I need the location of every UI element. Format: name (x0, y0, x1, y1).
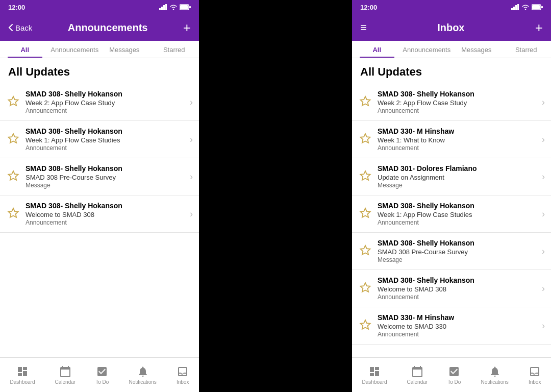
right-tab-starred[interactable]: Starred (502, 41, 552, 58)
star-icon[interactable] (358, 244, 372, 258)
message-body: SMAD 308- Shelly Hokanson Week 2: App Fl… (378, 90, 537, 114)
message-subject: Welcome to SMAD 330 (378, 323, 537, 330)
message-sender: SMAD 308- Shelly Hokanson (26, 90, 185, 98)
star-icon[interactable] (358, 132, 372, 146)
left-tab-announcements[interactable]: Announcements (50, 41, 100, 58)
right-tab-all[interactable]: All (352, 41, 402, 58)
message-sender: SMAD 330- M Hinshaw (378, 313, 537, 322)
battery-icon (180, 4, 191, 10)
star-icon[interactable] (6, 207, 20, 221)
star-icon[interactable] (358, 95, 372, 109)
message-body: SMAD 308- Shelly Hokanson SMAD 308 Pre-C… (378, 239, 537, 263)
right-message-item[interactable]: SMAD 308- Shelly Hokanson Week 1: App Fl… (352, 195, 551, 233)
star-icon[interactable] (358, 207, 372, 221)
message-type: Announcement (378, 144, 537, 152)
right-tab-announcements[interactable]: Announcements (402, 41, 452, 58)
message-type: Message (26, 182, 185, 189)
right-status-bar: 12:00 (352, 0, 551, 14)
message-sender: SMAD 308- Shelly Hokanson (378, 202, 537, 210)
star-icon[interactable] (358, 169, 372, 184)
left-nav-notifications[interactable]: Notifications (129, 365, 156, 385)
gap (199, 0, 352, 392)
notifications-icon-r (489, 365, 501, 378)
back-label: Back (15, 23, 32, 32)
star-icon[interactable] (6, 95, 20, 109)
wifi-icon-r (521, 4, 530, 10)
message-sender: SMAD 308- Shelly Hokanson (26, 202, 185, 210)
star-icon[interactable] (6, 132, 20, 146)
message-body: SMAD 308- Shelly Hokanson SMAD 308 Pre-C… (26, 164, 185, 189)
left-bottom-nav: Dashboard Calendar To Do Notifications I… (0, 357, 199, 392)
left-message-item[interactable]: SMAD 308- Shelly Hokanson Welcome to SMA… (0, 195, 199, 233)
inbox-icon-r (529, 365, 541, 378)
right-section-title: All Updates (352, 58, 551, 84)
right-message-item[interactable]: SMAD 308- Shelly Hokanson SMAD 308 Pre-C… (352, 233, 551, 270)
left-tab-starred[interactable]: Starred (149, 41, 199, 58)
left-nav-dashboard[interactable]: Dashboard (10, 365, 35, 385)
right-message-item[interactable]: SMAD 308- Shelly Hokanson Week 2: App Fl… (352, 84, 551, 121)
right-message-item[interactable]: SMAD 330- M Hinshaw Week 1: What to Know… (352, 121, 551, 158)
right-nav-todo[interactable]: To Do (447, 365, 461, 385)
message-type: Announcement (378, 331, 537, 338)
chevron-right-icon: › (190, 209, 193, 219)
right-tabs: All Announcements Messages Starred (352, 41, 551, 58)
chevron-right-icon: › (542, 172, 545, 182)
left-add-button[interactable]: + (183, 21, 191, 34)
left-tab-messages[interactable]: Messages (99, 41, 149, 58)
right-nav-inbox[interactable]: Inbox (529, 365, 541, 385)
notifications-icon (137, 365, 149, 378)
back-chevron-icon (8, 23, 13, 32)
message-sender: SMAD 308- Shelly Hokanson (378, 276, 537, 284)
left-phone: 12:00 Back Announcements + All Announcem… (0, 0, 199, 392)
message-subject: SMAD 308 Pre-Course Survey (26, 174, 185, 181)
message-body: SMAD 308- Shelly Hokanson Week 1: App Fl… (26, 127, 185, 152)
right-nav-calendar[interactable]: Calendar (407, 365, 428, 385)
right-add-button[interactable]: + (535, 21, 543, 34)
right-phone: 12:00 ≡ Inbox + All Announcements Messag… (352, 0, 551, 392)
left-tab-all[interactable]: All (0, 41, 50, 58)
left-back-button[interactable]: Back (8, 23, 32, 32)
message-type: Announcement (378, 293, 537, 301)
wifi-icon (169, 4, 178, 10)
left-nav-calendar[interactable]: Calendar (55, 365, 76, 385)
signal-icon-r (511, 4, 519, 10)
message-sender: SMAD 301- Dolores Flamiano (378, 164, 537, 173)
calendar-icon (59, 365, 71, 378)
right-menu-button[interactable]: ≡ (360, 22, 367, 33)
right-message-item[interactable]: SMAD 301- Dolores Flamiano Update on Ass… (352, 158, 551, 195)
right-message-item[interactable]: SMAD 330- M Hinshaw Welcome to SMAD 330 … (352, 307, 551, 345)
right-nav-dashboard[interactable]: Dashboard (362, 365, 387, 385)
svg-rect-9 (515, 5, 517, 10)
star-icon[interactable] (358, 281, 372, 296)
left-tabs: All Announcements Messages Starred (0, 41, 199, 58)
svg-rect-2 (163, 5, 165, 10)
right-message-item[interactable]: SMAD 308- Shelly Hokanson Welcome to SMA… (352, 270, 551, 307)
left-header-title: Announcements (68, 22, 148, 34)
left-status-time: 12:00 (8, 4, 25, 11)
right-nav-notifications[interactable]: Notifications (481, 365, 508, 385)
todo-icon-r (448, 365, 460, 378)
signal-icon (159, 4, 167, 10)
right-tab-messages[interactable]: Messages (452, 41, 502, 58)
message-body: SMAD 308- Shelly Hokanson Welcome to SMA… (26, 202, 185, 226)
message-subject: Week 1: App Flow Case Studies (26, 136, 185, 144)
left-message-item[interactable]: SMAD 308- Shelly Hokanson Week 2: App Fl… (0, 84, 199, 121)
message-body: SMAD 308- Shelly Hokanson Welcome to SMA… (378, 276, 537, 301)
svg-rect-12 (532, 5, 540, 9)
star-icon[interactable] (358, 318, 372, 333)
left-nav-inbox[interactable]: Inbox (177, 365, 189, 385)
star-icon[interactable] (6, 169, 20, 184)
chevron-right-icon: › (542, 246, 545, 257)
message-sender: SMAD 308- Shelly Hokanson (378, 90, 537, 98)
message-sender: SMAD 308- Shelly Hokanson (378, 239, 537, 247)
message-subject: Week 1: App Flow Case Studies (378, 211, 537, 218)
left-section-title: All Updates (0, 58, 199, 84)
left-nav-todo[interactable]: To Do (95, 365, 109, 385)
message-subject: Welcome to SMAD 308 (26, 211, 185, 218)
left-status-icons (159, 4, 191, 10)
chevron-right-icon: › (190, 172, 193, 182)
svg-rect-5 (180, 5, 188, 9)
message-body: SMAD 308- Shelly Hokanson Week 1: App Fl… (378, 202, 537, 226)
left-message-item[interactable]: SMAD 308- Shelly Hokanson SMAD 308 Pre-C… (0, 158, 199, 195)
left-message-item[interactable]: SMAD 308- Shelly Hokanson Week 1: App Fl… (0, 121, 199, 158)
